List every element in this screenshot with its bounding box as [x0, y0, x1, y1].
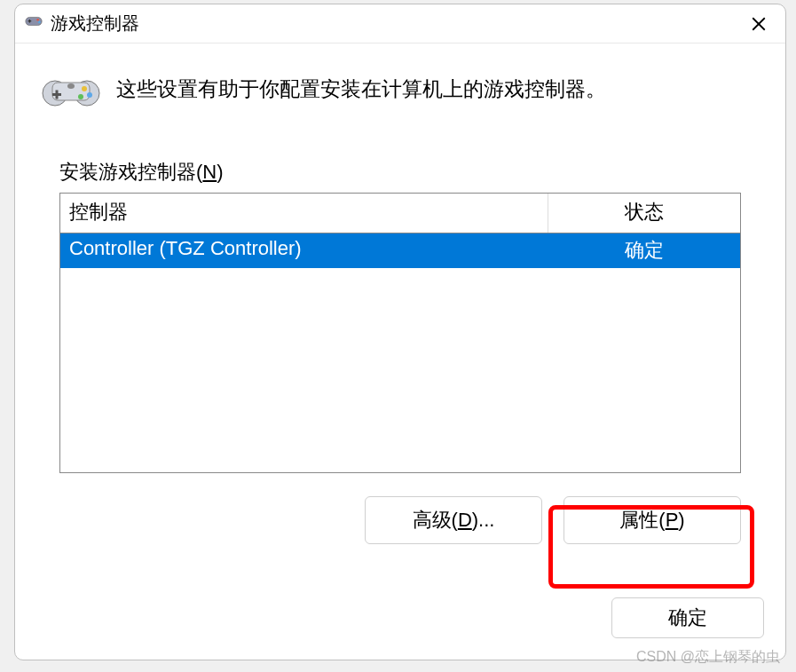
game-controller-icon	[24, 14, 43, 34]
svg-rect-11	[56, 91, 59, 99]
button-row: 高级(D)... 属性(P)	[59, 496, 741, 544]
header-row: 这些设置有助于你配置安装在计算机上的游戏控制器。	[42, 67, 759, 111]
cell-controller-status: 确定	[548, 233, 740, 268]
column-header-controller[interactable]: 控制器	[60, 194, 548, 233]
header-description: 这些设置有助于你配置安装在计算机上的游戏控制器。	[116, 75, 606, 103]
list-header: 控制器 状态	[60, 194, 740, 233]
game-controllers-dialog: 游戏控制器 这些设	[14, 4, 786, 660]
ok-button[interactable]: 确定	[611, 597, 764, 638]
svg-point-1	[36, 18, 39, 20]
cell-controller-name: Controller (TGZ Controller)	[60, 233, 548, 268]
controllers-listbox[interactable]: 控制器 状态 Controller (TGZ Controller) 确定	[59, 193, 741, 473]
svg-rect-4	[29, 19, 30, 22]
dialog-title: 游戏控制器	[51, 12, 737, 36]
properties-button[interactable]: 属性(P)	[564, 496, 741, 544]
svg-point-13	[87, 92, 92, 98]
titlebar: 游戏控制器	[15, 4, 785, 43]
svg-point-15	[67, 83, 75, 89]
svg-point-14	[78, 94, 83, 99]
game-controller-large-icon	[42, 67, 100, 111]
close-button[interactable]	[737, 7, 780, 41]
advanced-button[interactable]: 高级(D)...	[365, 496, 542, 544]
column-header-status[interactable]: 状态	[548, 194, 740, 233]
svg-point-2	[38, 20, 41, 23]
section-label: 安装游戏控制器(N)	[59, 159, 759, 186]
dialog-content: 这些设置有助于你配置安装在计算机上的游戏控制器。 安装游戏控制器(N) 控制器 …	[15, 43, 785, 594]
svg-point-12	[82, 86, 87, 91]
table-row[interactable]: Controller (TGZ Controller) 确定	[60, 233, 740, 268]
dialog-footer: 确定	[15, 594, 785, 660]
